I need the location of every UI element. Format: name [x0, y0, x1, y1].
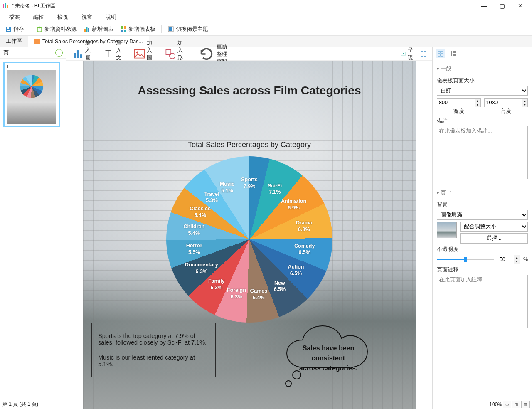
new-datasource-label: 新增資料來源	[44, 25, 77, 33]
view-mode-3[interactable]: ▥	[521, 401, 530, 408]
svg-rect-2	[7, 5, 8, 8]
save-label: 儲存	[13, 25, 24, 33]
pie-slice-label: Horror5.5%	[186, 243, 202, 256]
dashboard-tab-icon	[34, 39, 40, 44]
bg-choose-button[interactable]: 選擇...	[460, 233, 528, 244]
pie-slice-label: Children5.4%	[183, 224, 204, 237]
svg-rect-9	[121, 26, 123, 29]
switch-theme-button[interactable]: 切換佈景主題	[165, 24, 211, 34]
svg-rect-4	[7, 30, 10, 31]
cloud-line-2: consistent	[286, 353, 371, 363]
notes-textarea[interactable]	[437, 126, 528, 179]
pie-chart[interactable]: Sports7.9%Sci-Fi7.1%Animation6.9%Drama6.…	[166, 156, 332, 323]
pie-slice-label: Action6.5%	[288, 264, 304, 277]
add-page-button[interactable]: +	[55, 49, 63, 57]
props-tab-layout[interactable]	[448, 49, 458, 58]
height-stepper[interactable]: ▲▼	[522, 98, 528, 107]
svg-rect-0	[3, 4, 4, 8]
zoom-level: 100%	[489, 402, 502, 407]
opacity-input[interactable]	[498, 255, 514, 264]
height-label: 高度	[484, 108, 528, 115]
svg-point-20	[136, 52, 138, 54]
width-input[interactable]	[437, 98, 475, 107]
menu-window[interactable]: 視窗	[75, 12, 99, 22]
width-label: 寬度	[437, 108, 481, 115]
workspace-tab[interactable]: 工作區	[0, 36, 28, 47]
properties-pane: ▾ 一般 儀表板頁面大小 自訂 ▲▼ 寬度 ▲▼	[432, 47, 532, 409]
workspace-tab-label: 工作區	[6, 38, 22, 45]
minimize-button[interactable]: —	[475, 0, 493, 12]
save-button[interactable]: 儲存	[2, 24, 27, 34]
annotation-label: 頁面註釋	[437, 266, 528, 273]
pie-slice-label: Travel5.3%	[204, 191, 219, 204]
pie-slice-label: Animation6.9%	[281, 198, 306, 211]
menu-edit[interactable]: 編輯	[27, 12, 51, 22]
opacity-stepper[interactable]: ▲▼	[514, 255, 520, 264]
svg-rect-15	[74, 53, 76, 58]
page-thumbnail[interactable]: 1	[3, 62, 60, 127]
pages-pane: 頁 + 1	[0, 47, 66, 409]
view-mode-1[interactable]: ▭	[503, 401, 511, 408]
new-dashboard-button[interactable]: 新增儀表板	[118, 24, 158, 34]
text-icon: T	[103, 48, 114, 59]
svg-rect-25	[441, 51, 443, 53]
menubar: 檔案 編輯 檢視 視窗 說明	[0, 12, 532, 22]
pie-slice-label: Drama6.8%	[296, 220, 312, 233]
save-icon	[5, 26, 12, 32]
menu-file[interactable]: 檔案	[2, 12, 27, 22]
page-size-select[interactable]: 自訂	[437, 86, 528, 96]
width-stepper[interactable]: ▲▼	[475, 98, 481, 107]
section-general[interactable]: ▾ 一般	[437, 63, 528, 75]
svg-rect-24	[438, 51, 440, 53]
toolbar-separator	[161, 25, 162, 33]
cloud-line-1: Sales have been	[286, 343, 371, 353]
bar-chart-icon	[72, 48, 84, 59]
insight-p1: Sports is the top category at 7.9% of sa…	[98, 333, 209, 346]
canvas-scroll[interactable]: Assessing Sales across Film Categories T…	[66, 61, 432, 409]
fullscreen-button[interactable]	[418, 49, 429, 59]
present-button[interactable]: 呈現	[398, 45, 416, 63]
chart-subtitle[interactable]: Total Sales Percentages by Category	[83, 140, 416, 149]
new-chart-button[interactable]: 新增圖表	[81, 24, 116, 34]
insight-textbox[interactable]: Sports is the top category at 7.9% of sa…	[91, 323, 216, 377]
bg-fill-select[interactable]: 圖像填滿	[437, 210, 528, 220]
refresh-icon	[198, 46, 215, 62]
pie-slice-label: Sports7.9%	[241, 177, 258, 190]
menu-help[interactable]: 說明	[99, 12, 123, 22]
main-title[interactable]: Assessing Sales across Film Categories	[83, 84, 416, 97]
section-page-label: 頁	[441, 190, 446, 197]
svg-rect-16	[77, 50, 79, 58]
menu-view[interactable]: 檢視	[51, 12, 75, 22]
view-mode-2[interactable]: ◫	[512, 401, 520, 408]
annotation-textarea[interactable]	[437, 275, 528, 328]
maximize-button[interactable]: ▢	[493, 0, 511, 12]
svg-point-5	[37, 26, 42, 28]
height-input[interactable]	[484, 98, 522, 107]
cloud-callout[interactable]: Sales have been consistent across catego…	[278, 318, 378, 391]
chevron-down-icon: ▾	[437, 67, 439, 71]
titlebar: * 未命名 - BI 工作區 — ▢ ✕	[0, 0, 532, 12]
page-thumb-number: 1	[6, 64, 9, 69]
pie-slice-label: Classics5.4%	[190, 206, 211, 219]
opacity-slider[interactable]	[437, 256, 494, 263]
svg-rect-26	[438, 54, 440, 56]
bg-label: 背景	[437, 202, 528, 209]
toolbar-separator	[193, 50, 193, 58]
dashboard-icon	[120, 26, 127, 32]
bg-fit-select[interactable]: 配合調整大小	[460, 222, 528, 232]
svg-point-22	[170, 53, 175, 59]
props-tab-general[interactable]	[436, 49, 445, 58]
new-datasource-button[interactable]: 新增資料來源	[34, 24, 79, 34]
close-button[interactable]: ✕	[511, 0, 530, 12]
svg-rect-7	[86, 27, 88, 32]
dashboard-canvas[interactable]: Assessing Sales across Film Categories T…	[83, 61, 416, 409]
svg-rect-14	[169, 27, 172, 31]
canvas-toolbar: 加入圖表 T 加入文字 加入圖像 加入形狀 重新整理資料 呈現	[66, 47, 432, 61]
bg-thumb[interactable]	[437, 222, 457, 238]
play-icon	[401, 51, 406, 57]
opacity-unit: %	[523, 256, 528, 262]
present-label: 呈現	[408, 47, 413, 62]
pie-slice-label: Documentary6.3%	[185, 262, 218, 275]
section-page[interactable]: ▾ 頁 1	[437, 187, 528, 199]
pie-slice-label: Sci-Fi7.1%	[268, 183, 282, 196]
